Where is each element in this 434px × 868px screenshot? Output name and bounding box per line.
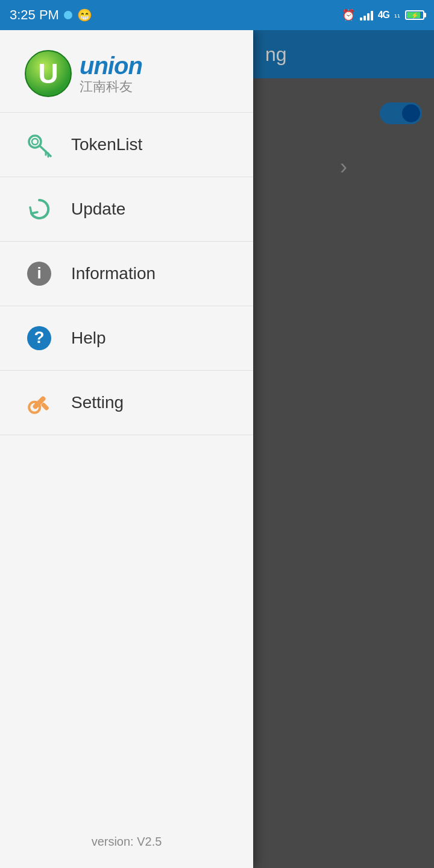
nav-list: TokenList Update i	[0, 113, 253, 820]
svg-text:i: i	[37, 264, 41, 282]
nav-item-update[interactable]: Update	[0, 177, 253, 242]
logo-text: union 江南科友	[80, 51, 142, 96]
status-robot-icon: 😁	[77, 8, 92, 22]
nav-item-help[interactable]: ? Help	[0, 306, 253, 371]
network-sub-label: ₁₁	[394, 11, 400, 19]
information-label: Information	[71, 264, 156, 283]
help-label: Help	[71, 329, 106, 348]
status-bar: 3:25 PM 😁 ⏰ 4G ₁₁ ⚡	[0, 0, 434, 30]
svg-point-3	[32, 139, 38, 145]
logo-name-cn: 江南科友	[80, 78, 142, 96]
status-time-group: 3:25 PM 😁	[10, 7, 92, 23]
version-label: version: V2.5	[0, 820, 253, 868]
status-right-icons: ⏰ 4G ₁₁ ⚡	[342, 8, 424, 22]
signal-bars-icon	[360, 10, 373, 20]
status-dot-icon	[64, 11, 72, 19]
svg-text:?: ?	[34, 328, 44, 347]
union-logo-icon: U	[24, 49, 72, 98]
tokenlist-label: TokenList	[71, 135, 142, 154]
nav-item-setting[interactable]: Setting	[0, 371, 253, 435]
nav-item-tokenlist[interactable]: TokenList	[0, 113, 253, 177]
network-type-label: 4G	[378, 10, 389, 20]
key-icon	[24, 130, 54, 160]
help-icon: ?	[24, 323, 54, 353]
alarm-clock-icon: ⏰	[342, 8, 355, 22]
setting-label: Setting	[71, 393, 124, 412]
svg-text:U: U	[38, 58, 58, 89]
refresh-icon	[24, 194, 54, 224]
info-icon: i	[24, 259, 54, 289]
drawer-logo: U union 江南科友	[0, 30, 253, 113]
update-label: Update	[71, 200, 125, 219]
drawer-scrim[interactable]	[253, 30, 434, 868]
nav-item-information[interactable]: i Information	[0, 242, 253, 306]
drawer-overlay: U union 江南科友	[0, 30, 434, 868]
status-time: 3:25 PM	[10, 7, 59, 23]
navigation-drawer: U union 江南科友	[0, 30, 253, 868]
logo-name-en: union	[80, 51, 142, 80]
battery-icon: ⚡	[405, 10, 424, 20]
wrench-icon	[24, 388, 54, 418]
